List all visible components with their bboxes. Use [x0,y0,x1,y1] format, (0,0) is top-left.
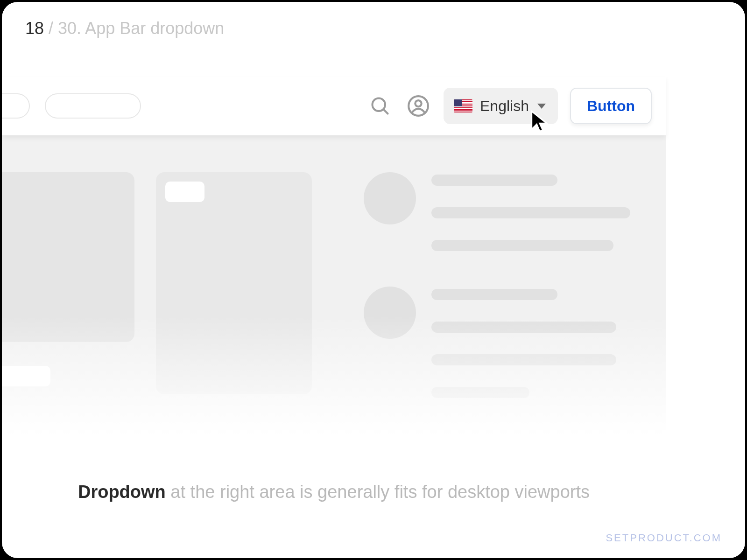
skeleton-line [431,387,529,398]
app-bar-right: English Button [367,88,652,124]
skeleton-tag [2,366,50,386]
skeleton-card [2,172,134,342]
skeleton-line [431,175,557,186]
slide-title: 30. App Bar dropdown [58,19,224,38]
caret-down-icon [537,104,546,109]
account-button[interactable] [405,93,431,119]
caption-strong: Dropdown [78,482,166,502]
search-icon [370,96,390,116]
language-label: English [480,98,529,115]
nav-pill-cut[interactable] [2,93,30,119]
user-circle-icon [407,94,430,118]
us-flag-icon [454,99,472,112]
nav-pill[interactable] [45,93,141,119]
skeleton-line [431,354,616,365]
watermark: SETPRODUCT.COM [606,532,722,544]
skeleton-avatar [364,172,416,224]
skeleton-card [156,172,312,394]
caption: Dropdown at the right area is generally … [2,482,666,502]
caption-rest: at the right area is generally fits for … [166,482,590,502]
svg-line-1 [383,109,388,113]
slide-canvas: 18 / 30. App Bar dropdown [2,2,745,558]
primary-button-label: Button [587,98,635,115]
slide-separator: / [44,19,58,38]
app-bar: English Button [2,77,666,135]
slide-index: 18 [25,19,44,38]
skeleton-line [431,322,616,333]
skeleton-line [431,240,613,251]
language-dropdown[interactable]: English [444,88,558,124]
skeleton-avatar [364,287,416,339]
primary-button[interactable]: Button [570,88,652,124]
slide-counter: 18 / 30. App Bar dropdown [25,19,224,38]
svg-point-3 [415,100,421,106]
mock-stage: English Button [2,77,666,455]
skeleton-line [431,289,557,300]
skeleton-line [431,207,630,218]
skeleton-tag [165,182,204,202]
search-button[interactable] [367,93,393,119]
